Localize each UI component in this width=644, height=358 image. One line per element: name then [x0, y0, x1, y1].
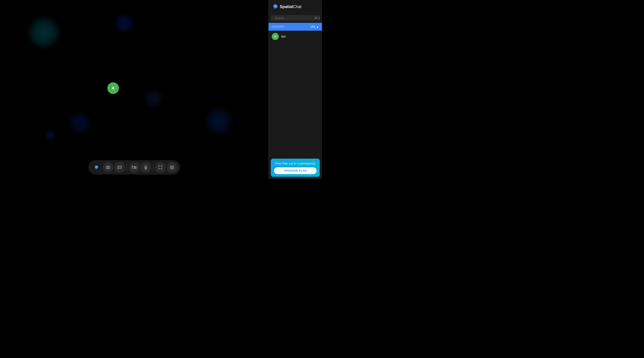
- svg-point-14: [316, 17, 317, 18]
- participants-list: A Airi: [268, 31, 322, 42]
- participant-name-airi: Airi: [281, 35, 286, 38]
- participant-item-airi[interactable]: A Airi: [268, 31, 322, 42]
- chat-button[interactable]: [114, 162, 125, 173]
- end-call-button[interactable]: [166, 162, 177, 173]
- svg-line-4: [132, 165, 136, 169]
- bubble-3: [145, 90, 163, 107]
- toolbar-separator-2: [153, 163, 153, 171]
- bubble-5: [46, 131, 54, 140]
- fullscreen-button[interactable]: [155, 162, 166, 173]
- toolbar: [88, 160, 180, 175]
- svg-point-2: [120, 167, 120, 167]
- participant-count: 1: [314, 16, 320, 20]
- search-bar[interactable]: 1: [271, 15, 320, 21]
- room-count: 1/50 ▲: [310, 25, 319, 29]
- video-button[interactable]: [129, 162, 140, 173]
- bubble-1: [30, 18, 58, 47]
- mic-button[interactable]: [140, 162, 151, 173]
- brand-logo: SpatialChat: [272, 4, 302, 10]
- chevron-up-icon: ▲: [316, 25, 319, 29]
- canvas-user-avatar[interactable]: A: [107, 82, 119, 94]
- brand-button[interactable]: [91, 162, 102, 173]
- svg-point-1: [119, 167, 119, 167]
- main-canvas: A: [0, 0, 268, 179]
- brand-name: SpatialChat: [280, 5, 302, 9]
- upgrade-banner: Free Plan (up to 4 participants) UPGRADE…: [271, 159, 320, 177]
- brand-s-icon: [272, 4, 278, 10]
- room-item[interactable]: •••••••••••• 1/50 ▲: [268, 23, 322, 31]
- sidebar-header: SpatialChat: [268, 0, 322, 13]
- bubble-6: [206, 109, 231, 134]
- participant-avatar-airi: A: [272, 33, 279, 40]
- toolbar-separator: [127, 163, 127, 171]
- bubble-4: [70, 113, 90, 133]
- room-name: ••••••••••••: [272, 25, 284, 29]
- participants-icon: [314, 17, 318, 20]
- sidebar: SpatialChat 1 •••••••••••• 1/50 ▲: [268, 0, 322, 179]
- share-button[interactable]: [103, 162, 113, 173]
- svg-rect-5: [145, 166, 146, 168]
- upgrade-plan-text: Free Plan (up to 4 participants): [274, 162, 317, 165]
- svg-point-3: [120, 167, 120, 167]
- bubble-2: [116, 14, 133, 32]
- search-input[interactable]: [275, 16, 312, 20]
- upgrade-plan-button[interactable]: UPGRADE PLAN: [274, 167, 317, 174]
